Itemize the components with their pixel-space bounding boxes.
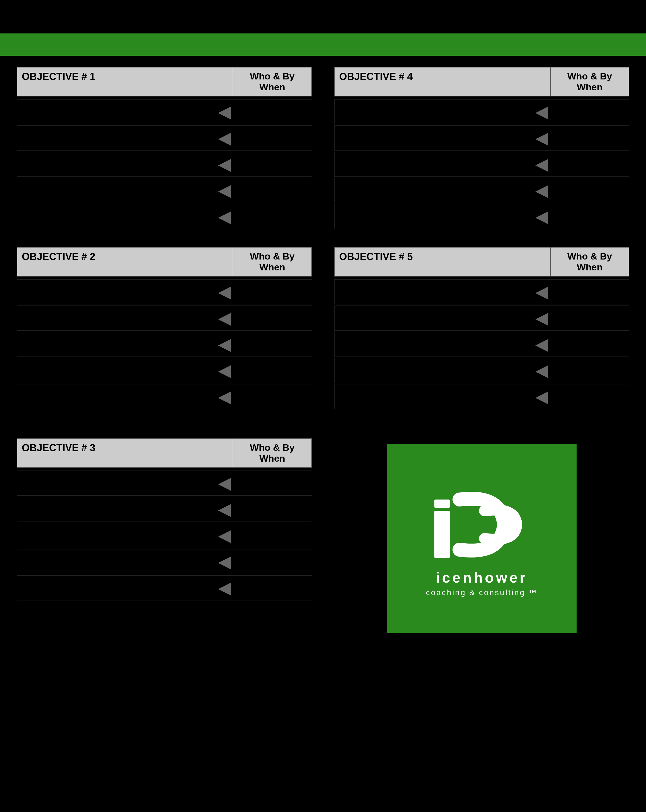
table-row: ◀ xyxy=(334,152,629,177)
row-content: ◀ xyxy=(17,99,234,124)
objective-4-title: OBJECTIVE # 4 xyxy=(335,67,551,96)
row-who xyxy=(551,384,629,409)
objective-1-who-by-when: Who & By When xyxy=(234,67,312,96)
logo-subtitle: coaching & consulting ™ xyxy=(426,588,538,597)
objective-3-rows: ◀ ◀ ◀ ◀ ◀ xyxy=(17,470,312,600)
arrow-icon: ◀ xyxy=(535,336,548,353)
logo-name: icenhower xyxy=(436,569,527,586)
row-who xyxy=(551,305,629,331)
objective-1-section: OBJECTIVE # 1 Who & By When ◀ ◀ ◀ ◀ ◀ xyxy=(17,67,312,230)
row-content: ◀ xyxy=(17,497,234,522)
row-content: ◀ xyxy=(17,279,234,304)
arrow-icon: ◀ xyxy=(535,156,548,172)
row-content: ◀ xyxy=(17,125,234,151)
objective-2-title: OBJECTIVE # 2 xyxy=(17,247,234,276)
arrow-icon: ◀ xyxy=(535,310,548,327)
row-content: ◀ xyxy=(17,575,234,600)
logo-box: icenhower coaching & consulting ™ xyxy=(387,444,577,633)
row-who xyxy=(234,178,312,203)
row-content: ◀ xyxy=(17,332,234,357)
objective-3-title: OBJECTIVE # 3 xyxy=(17,439,234,467)
row-who xyxy=(234,470,312,496)
row-who xyxy=(234,279,312,304)
arrow-icon: ◀ xyxy=(218,182,231,199)
row-who xyxy=(551,204,629,229)
objective-3-header: OBJECTIVE # 3 Who & By When xyxy=(17,438,312,468)
table-row: ◀ xyxy=(17,305,312,331)
row-who xyxy=(551,152,629,177)
row-who xyxy=(234,549,312,574)
row-who xyxy=(234,575,312,600)
objective-5-who-by-when: Who & By When xyxy=(551,247,629,276)
table-row: ◀ xyxy=(334,99,629,124)
row-content: ◀ xyxy=(17,470,234,496)
arrow-icon: ◀ xyxy=(535,104,548,120)
table-row: ◀ xyxy=(334,358,629,383)
arrow-icon: ◀ xyxy=(218,284,231,300)
table-row: ◀ xyxy=(17,279,312,304)
objective-2-header: OBJECTIVE # 2 Who & By When xyxy=(17,247,312,276)
table-row: ◀ xyxy=(334,279,629,304)
table-row: ◀ xyxy=(17,204,312,229)
table-row: ◀ xyxy=(334,125,629,151)
objective-2-rows: ◀ ◀ ◀ ◀ ◀ xyxy=(17,279,312,409)
table-row: ◀ xyxy=(334,178,629,203)
row-content: ◀ xyxy=(334,332,551,357)
arrow-icon: ◀ xyxy=(535,284,548,300)
arrow-icon: ◀ xyxy=(218,310,231,327)
arrow-icon: ◀ xyxy=(535,388,548,405)
row-content: ◀ xyxy=(17,152,234,177)
row-content: ◀ xyxy=(17,305,234,331)
logo-section: icenhower coaching & consulting ™ Copyri… xyxy=(334,438,629,658)
row-content: ◀ xyxy=(334,305,551,331)
arrow-icon: ◀ xyxy=(218,475,231,491)
table-row: ◀ xyxy=(17,384,312,409)
row-who xyxy=(234,305,312,331)
table-row: ◀ xyxy=(334,384,629,409)
table-row: ◀ xyxy=(17,497,312,522)
objective-2-who-by-when: Who & By When xyxy=(234,247,312,276)
table-row: ◀ xyxy=(334,305,629,331)
row-who xyxy=(551,279,629,304)
logo-svg xyxy=(429,480,535,569)
row-who xyxy=(234,497,312,522)
row-who xyxy=(234,204,312,229)
svg-rect-0 xyxy=(434,499,450,508)
arrow-icon: ◀ xyxy=(218,527,231,544)
row-who xyxy=(234,99,312,124)
table-row: ◀ xyxy=(334,204,629,229)
row-who xyxy=(234,125,312,151)
arrow-icon: ◀ xyxy=(535,182,548,199)
objective-3-who-by-when: Who & By When xyxy=(234,439,312,467)
arrow-icon: ◀ xyxy=(535,208,548,225)
row-who xyxy=(234,358,312,383)
row-who xyxy=(234,384,312,409)
objective-4-who-by-when: Who & By When xyxy=(551,67,629,96)
row-content: ◀ xyxy=(334,99,551,124)
row-content: ◀ xyxy=(17,523,234,548)
row-content: ◀ xyxy=(334,152,551,177)
objective-1-title: OBJECTIVE # 1 xyxy=(17,67,234,96)
row-who xyxy=(551,178,629,203)
row-content: ◀ xyxy=(334,279,551,304)
arrow-icon: ◀ xyxy=(218,156,231,172)
arrow-icon: ◀ xyxy=(218,553,231,570)
row-content: ◀ xyxy=(334,178,551,203)
table-row: ◀ xyxy=(17,523,312,548)
row-who xyxy=(551,125,629,151)
arrow-icon: ◀ xyxy=(218,208,231,225)
arrow-icon: ◀ xyxy=(218,501,231,517)
table-row: ◀ xyxy=(17,358,312,383)
objective-3-section: OBJECTIVE # 3 Who & By When ◀ ◀ ◀ ◀ ◀ xyxy=(17,438,312,641)
objective-2-section: OBJECTIVE # 2 Who & By When ◀ ◀ ◀ ◀ ◀ xyxy=(17,247,312,410)
objective-1-rows: ◀ ◀ ◀ ◀ ◀ xyxy=(17,99,312,229)
row-content: ◀ xyxy=(17,178,234,203)
green-bar xyxy=(0,34,646,56)
arrow-icon: ◀ xyxy=(535,130,548,147)
objective-5-section: OBJECTIVE # 5 Who & By When ◀ ◀ ◀ ◀ ◀ xyxy=(334,247,629,410)
table-row: ◀ xyxy=(17,470,312,496)
objective-5-rows: ◀ ◀ ◀ ◀ ◀ xyxy=(334,279,629,409)
copyright-text: Copyright Icenhower Coaching & Consultin… xyxy=(387,638,577,658)
table-row: ◀ xyxy=(17,332,312,357)
row-who xyxy=(234,332,312,357)
